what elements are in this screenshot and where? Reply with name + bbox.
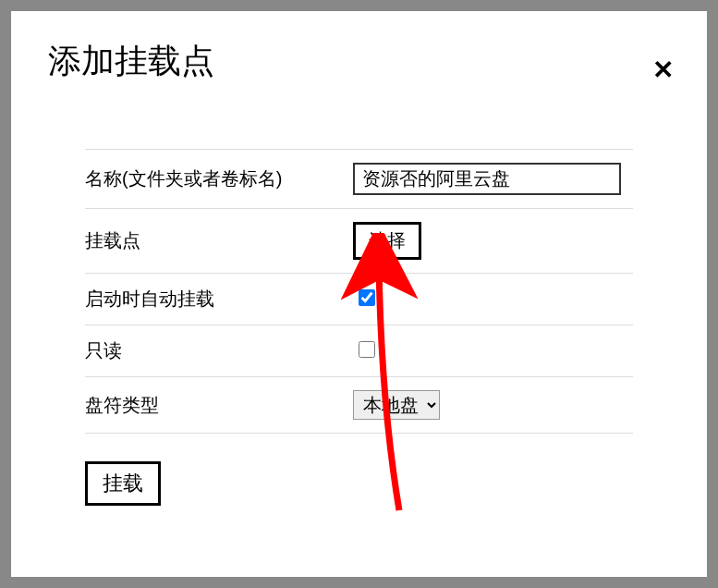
field-auto-mount: [353, 289, 633, 310]
row-readonly: 只读: [85, 325, 633, 376]
label-auto-mount: 启动时自动挂载: [85, 287, 353, 312]
row-disk-type: 盘符类型 本地盘: [85, 376, 633, 434]
label-name: 名称(文件夹或者卷标名): [85, 166, 353, 191]
auto-mount-checkbox[interactable]: [359, 289, 375, 306]
label-readonly: 只读: [85, 338, 353, 363]
field-name: [353, 163, 633, 195]
label-mount-point: 挂载点: [85, 228, 353, 253]
row-name: 名称(文件夹或者卷标名): [85, 149, 633, 208]
label-disk-type: 盘符类型: [85, 393, 353, 418]
field-readonly: [353, 341, 633, 361]
dialog-title: 添加挂载点: [48, 39, 670, 84]
name-input[interactable]: [353, 163, 621, 195]
close-button[interactable]: ✕: [652, 57, 674, 83]
add-mount-dialog: 添加挂载点 ✕ 名称(文件夹或者卷标名) 挂载点 选择 启动时自动挂载 只读: [11, 11, 707, 577]
field-mount-point: 选择: [353, 222, 633, 260]
readonly-checkbox[interactable]: [359, 341, 375, 358]
mount-button[interactable]: 挂载: [85, 461, 161, 506]
form-area: 名称(文件夹或者卷标名) 挂载点 选择 启动时自动挂载 只读 盘符类型: [48, 149, 670, 506]
row-mount-point: 挂载点 选择: [85, 208, 633, 273]
row-auto-mount: 启动时自动挂载: [85, 273, 633, 325]
field-disk-type: 本地盘: [353, 390, 633, 420]
select-mount-button[interactable]: 选择: [353, 222, 421, 260]
disk-type-select[interactable]: 本地盘: [353, 390, 440, 420]
